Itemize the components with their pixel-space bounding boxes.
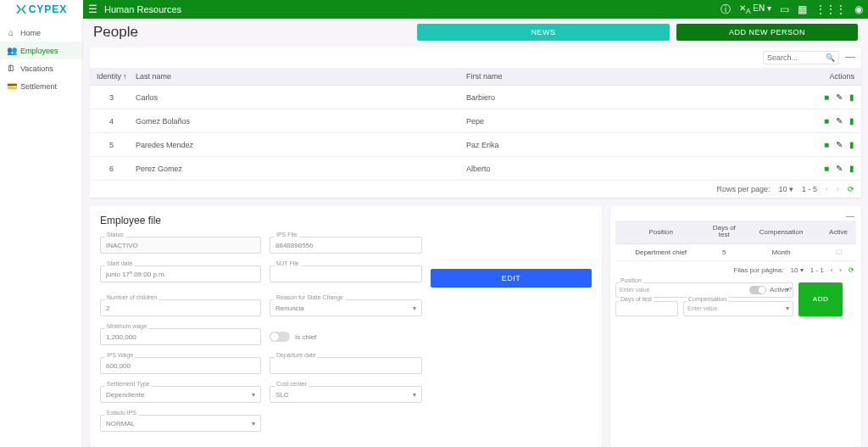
prev-page-button[interactable]: ‹ bbox=[826, 185, 828, 193]
delete-icon[interactable]: ▮ bbox=[849, 116, 854, 126]
ips-file-field[interactable]: IPS File 8848898556 bbox=[270, 237, 422, 254]
table-row[interactable]: Department chief5Month☐ bbox=[615, 243, 856, 260]
reason-field[interactable]: Reason for State Change Renuncia▾ bbox=[270, 299, 422, 316]
cell-lastname: Perez Gomez bbox=[129, 157, 459, 181]
account-icon[interactable]: ◉ bbox=[854, 3, 863, 15]
col-lastname[interactable]: Last name bbox=[129, 68, 459, 86]
table-row[interactable]: 5Paredes MendezPaz Erika■✎▮ bbox=[90, 133, 861, 157]
cell-lastname: Paredes Mendez bbox=[129, 133, 459, 157]
next-page-button[interactable]: › bbox=[837, 185, 839, 193]
dashboard-icon[interactable]: ▦ bbox=[798, 3, 807, 15]
delete-icon[interactable]: ▮ bbox=[849, 140, 854, 149]
pos-col-days[interactable]: Days of test bbox=[706, 221, 742, 243]
view-icon[interactable]: ■ bbox=[824, 164, 829, 173]
sidebar-item-label: Home bbox=[20, 29, 41, 37]
add-person-button[interactable]: ADD NEW PERSON bbox=[676, 24, 858, 41]
add-button[interactable]: ADD bbox=[798, 282, 843, 316]
is-chief-label: Is chief bbox=[295, 333, 316, 341]
chevron-down-icon: ▾ bbox=[413, 391, 416, 399]
min-wage-field[interactable]: Minimum wage 1,200,000 bbox=[100, 328, 261, 345]
sidebar-item-home[interactable]: ⌂ Home bbox=[0, 24, 82, 42]
min-wage-label: Minimum wage bbox=[105, 323, 148, 329]
active-toggle[interactable]: Active? bbox=[749, 282, 793, 298]
cypex-glyph-icon bbox=[16, 4, 26, 14]
language-switch[interactable]: ✕A EN ▾ bbox=[739, 3, 771, 15]
departure-date-field[interactable]: Departure date bbox=[270, 357, 422, 374]
refresh-icon[interactable]: ⟳ bbox=[848, 185, 854, 193]
toggle-icon bbox=[749, 286, 766, 294]
cell-firstname: Barbiero bbox=[459, 86, 802, 109]
rows-per-page-select[interactable]: 10 ▾ bbox=[778, 185, 793, 193]
hamburger-icon[interactable]: ☰ bbox=[88, 3, 97, 15]
positions-form: Position Enter value▾ Active? ADD Days o… bbox=[615, 282, 856, 316]
search-input[interactable] bbox=[767, 53, 822, 62]
settlement-type-field[interactable]: Settlement Type Dependiente▾ bbox=[100, 386, 261, 403]
brand-logo[interactable]: CYPEX bbox=[0, 0, 83, 19]
status-field[interactable]: Status INACTIVO bbox=[100, 237, 261, 254]
sidebar-item-settlement[interactable]: 💳 Settlement bbox=[0, 77, 82, 95]
breadcrumb: Human Resources bbox=[104, 4, 181, 14]
pos-col-compensation[interactable]: Compensation bbox=[742, 221, 821, 243]
compensation-select[interactable]: Compensation Enter value▾ bbox=[683, 301, 793, 316]
edit-icon[interactable]: ✎ bbox=[836, 140, 843, 149]
cell-active: ☐ bbox=[821, 243, 856, 260]
view-icon[interactable]: ■ bbox=[824, 116, 829, 126]
mjt-file-field[interactable]: MJT File bbox=[270, 265, 422, 282]
positions-more-icon[interactable]: — bbox=[615, 211, 856, 221]
days-of-test-label: Days of test bbox=[619, 296, 654, 302]
children-field[interactable]: Number of children 2 bbox=[100, 299, 261, 316]
pos-col-active[interactable]: Active bbox=[821, 221, 856, 243]
cell-identity: 5 bbox=[90, 133, 129, 157]
children-label: Number of children bbox=[105, 294, 159, 300]
pos-col-position[interactable]: Position bbox=[615, 221, 706, 243]
cell-firstname: Paz Erika bbox=[459, 133, 802, 157]
table-row[interactable]: 3CarlosBarbiero■✎▮ bbox=[90, 86, 861, 109]
table-row[interactable]: 6Perez GomezAlberto■✎▮ bbox=[90, 157, 861, 181]
home-icon: ⌂ bbox=[7, 28, 15, 37]
card-view-icon[interactable]: ▭ bbox=[780, 3, 789, 15]
search-input-wrapper[interactable]: 🔍 bbox=[763, 51, 839, 64]
page-range: 1 - 5 bbox=[802, 185, 817, 193]
sidebar-item-employees[interactable]: 👥 Employees bbox=[0, 42, 82, 59]
settlement-type-label: Settlement Type bbox=[105, 381, 151, 387]
pos-next-button[interactable]: › bbox=[839, 266, 842, 274]
ips-wage-field[interactable]: IPS Wage 600,000 bbox=[100, 357, 261, 374]
col-identity[interactable]: Identity↑ bbox=[90, 68, 129, 86]
cell-identity: 3 bbox=[90, 86, 129, 109]
pos-refresh-icon[interactable]: ⟳ bbox=[849, 266, 854, 274]
more-icon[interactable]: — bbox=[844, 51, 856, 64]
edit-button[interactable]: EDIT bbox=[431, 269, 592, 288]
pos-prev-button[interactable]: ‹ bbox=[831, 266, 833, 274]
news-button[interactable]: NEWS bbox=[417, 24, 670, 41]
view-icon[interactable]: ■ bbox=[824, 92, 829, 102]
sidebar-item-vacations[interactable]: 🗓 Vacations bbox=[0, 59, 82, 77]
rows-per-page-label: Rows per page: bbox=[716, 185, 770, 193]
help-icon[interactable]: ⓘ bbox=[721, 3, 731, 17]
cell-firstname: Pepe bbox=[459, 109, 802, 133]
edit-icon[interactable]: ✎ bbox=[836, 92, 843, 102]
people-card: 🔍 — Identity↑ Last name First name Actio… bbox=[90, 47, 861, 198]
delete-icon[interactable]: ▮ bbox=[849, 164, 854, 173]
estado-ips-field[interactable]: Estado IPS NORMAL▾ bbox=[100, 415, 261, 432]
page-header: People NEWS ADD NEW PERSON bbox=[90, 19, 861, 47]
delete-icon[interactable]: ▮ bbox=[849, 92, 854, 102]
grid-icon[interactable]: ⋮⋮⋮ bbox=[815, 3, 846, 15]
ips-wage-label: IPS Wage bbox=[105, 352, 135, 358]
view-icon[interactable]: ■ bbox=[824, 140, 829, 149]
start-date-field[interactable]: Start date junio 17º 09:00 p.m. bbox=[100, 265, 261, 282]
edit-icon[interactable]: ✎ bbox=[836, 116, 843, 126]
cost-center-field[interactable]: Cost center SLC▾ bbox=[270, 386, 422, 403]
days-of-test-field[interactable]: Days of test bbox=[615, 301, 678, 316]
pos-rpp-select[interactable]: 10 ▾ bbox=[791, 266, 804, 274]
table-row[interactable]: 4Gomez BolañosPepe■✎▮ bbox=[90, 109, 861, 133]
col-firstname[interactable]: First name bbox=[459, 68, 802, 86]
is-chief-toggle[interactable]: Is chief bbox=[270, 328, 422, 345]
positions-paginator: Filas por página: 10 ▾ 1 - 1 ‹ › ⟳ bbox=[615, 261, 856, 282]
brand-text: CYPEX bbox=[29, 3, 68, 15]
pos-range: 1 - 1 bbox=[810, 266, 824, 274]
sidebar-item-label: Settlement bbox=[20, 82, 57, 91]
compensation-select-label: Compensation bbox=[687, 296, 728, 302]
search-icon: 🔍 bbox=[826, 53, 835, 62]
edit-icon[interactable]: ✎ bbox=[836, 164, 843, 173]
departure-date-label: Departure date bbox=[275, 352, 318, 358]
